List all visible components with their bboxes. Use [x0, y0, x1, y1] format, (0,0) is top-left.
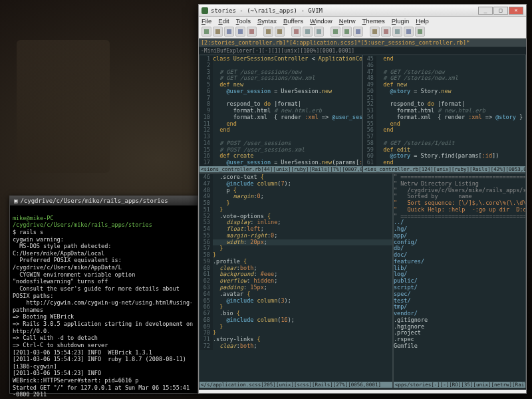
menu-netrw[interactable]: Netrw [339, 17, 356, 25]
gvim-window[interactable]: stories - (~\rails_apps) - GVIM _ □ ✕ Fi… [198, 4, 527, 394]
terminal-output: cygwin warning: MS-DOS style path detect… [13, 236, 195, 400]
line-number: 6 [200, 88, 213, 95]
toolbar-new-icon[interactable] [201, 27, 211, 37]
pane-bottom-left[interactable]: 46 .score-text {47 @include column(7);48… [199, 173, 393, 388]
window-titlebar[interactable]: stories - (~\rails_apps) - GVIM _ □ ✕ [199, 5, 526, 17]
pane-status-br: <pps/stories[-][-][RO][35][unix][netrw][… [394, 382, 525, 388]
menu-help[interactable]: Help [416, 17, 429, 25]
menu-window[interactable]: Window [310, 17, 332, 25]
command-line[interactable] [199, 388, 526, 390]
menu-file[interactable]: File [201, 17, 211, 25]
pane-status-tl: <sions_controller.rb[44][unix][ruby][Rai… [200, 166, 362, 172]
terminal-line: => Rails 3.0.5 application starting in d… [13, 321, 195, 334]
pane-status-tr: <ies_controller.rb[124][unix][ruby][Rail… [363, 166, 525, 172]
code-line[interactable]: 50 } [200, 200, 392, 207]
menu-plugin[interactable]: Plugin [392, 17, 409, 25]
close-button[interactable]: ✕ [509, 7, 523, 15]
code-line[interactable]: 56 end [363, 127, 525, 134]
toolbar-copy-icon[interactable] [303, 27, 313, 37]
terminal-line: => Call with -d to detach [13, 334, 195, 342]
code-line[interactable]: 50 @story = Story.new [363, 88, 525, 95]
pane-bottom-right-netrw[interactable]: " ======================================… [393, 173, 526, 388]
netrw-item[interactable]: ../ [394, 219, 525, 226]
netrw-item[interactable]: script/ [394, 285, 525, 291]
toolbar-print-icon[interactable] [247, 27, 257, 37]
terminal-line: cygwin warning: [13, 236, 195, 243]
code-line[interactable]: 17 @user_session = UserSession.new(param… [200, 160, 362, 166]
toolbar-help-icon[interactable] [404, 27, 414, 37]
toolbar-make-icon[interactable] [370, 27, 380, 37]
terminal-prompt: mike@mike-PC /cygdrive/c/Users/mike/rail… [13, 215, 152, 229]
editor-area[interactable]: [2:stories_controller.rb]*[4:application… [199, 39, 526, 390]
terminal-line: => Ctrl-C to shutdown server [13, 342, 195, 349]
code-line[interactable]: 65 @include column(3); [200, 298, 392, 305]
toolbar-findnext-icon[interactable] [342, 27, 352, 37]
minimize-button[interactable]: _ [478, 7, 493, 15]
line-number: 17 [200, 160, 213, 166]
line-number: 4 [200, 75, 213, 82]
netrw-item[interactable]: config/ [394, 239, 525, 246]
menu-buffers[interactable]: Buffers [283, 17, 303, 25]
pane-top-right[interactable]: 45 end4647 # GET /stories/new48 # GET /s… [362, 55, 526, 173]
code-line[interactable]: 6 @user_session = UserSession.new [200, 88, 362, 95]
code-line[interactable]: 12 end [200, 127, 362, 134]
netrw-item[interactable]: .hg/ [394, 226, 525, 233]
gvim-app-icon [201, 7, 208, 14]
netrw-item[interactable]: test/ [394, 298, 525, 305]
toolbar-replace-icon[interactable] [353, 27, 363, 37]
toolbar-shell-icon[interactable] [381, 27, 391, 37]
terminal-line: [2011-03-06 15:54:23] INFO WEBrick::HTTP… [13, 370, 195, 384]
line-number: 61 [363, 160, 376, 166]
terminal-command: $ rails s [13, 229, 43, 235]
netrw-item[interactable]: Gemfile [394, 343, 525, 350]
netrw-item[interactable]: lib/ [394, 265, 525, 272]
terminal-title: /cygdrive/c/Users/mike/rails_apps/storie… [20, 198, 168, 204]
pane-top-left[interactable]: 1class UserSessionsController < Applicat… [199, 55, 362, 173]
toolbar-redo-icon[interactable] [275, 27, 285, 37]
terminal-icon: ▣ [14, 198, 17, 204]
terminal-line: Preferred POSIX equivalent is: /cygdrive… [13, 257, 195, 271]
menu-tools[interactable]: Tools [236, 17, 251, 25]
maximize-button[interactable]: □ [493, 7, 508, 15]
toolbar-script-icon[interactable] [415, 27, 425, 37]
code-line[interactable]: 69 } [200, 324, 392, 331]
code-line[interactable]: 57 } [200, 245, 392, 252]
terminal-window[interactable]: ▣ /cygdrive/c/Users/mike/rails_apps/stor… [9, 196, 198, 394]
netrw-item[interactable]: features/ [394, 259, 525, 265]
toolbar-find-icon[interactable] [331, 27, 340, 37]
menu-edit[interactable]: Edit [218, 17, 229, 25]
code-line[interactable]: 68 @include column(16); [200, 317, 392, 324]
menu-syntax[interactable]: Syntax [257, 17, 277, 25]
window-title: stories - (~\rails_apps) - GVIM [211, 7, 475, 14]
line-number: 5 [200, 82, 213, 88]
code-line[interactable]: 45 end [363, 56, 525, 63]
netrw-item[interactable]: db/ [394, 245, 525, 252]
code-line[interactable]: 61 end [363, 160, 525, 166]
terminal-line: [2011-03-06 15:54:23] INFO ruby 1.8.7 (2… [13, 356, 195, 370]
toolbar-open-icon[interactable] [213, 27, 223, 37]
toolbar-saveall-icon[interactable] [235, 27, 245, 37]
toolbar-paste-icon[interactable] [314, 27, 324, 37]
toolbar-undo-icon[interactable] [263, 27, 273, 37]
toolbar-save-icon[interactable] [224, 27, 234, 37]
terminal-body[interactable]: mike@mike-PC /cygdrive/c/Users/mike/rail… [10, 205, 198, 399]
menu-bar[interactable]: FileEditToolsSyntaxBuffersWindowNetrwThe… [199, 17, 526, 25]
line-number: 1 [200, 56, 213, 63]
terminal-line: http://cygwin.com/cygwin-ug-net/using.ht… [13, 299, 195, 313]
terminal-titlebar[interactable]: ▣ /cygdrive/c/Users/mike/rails_apps/stor… [10, 196, 198, 205]
menu-themes[interactable]: Themes [362, 17, 385, 25]
toolbar-cut-icon[interactable] [291, 27, 301, 37]
code-line[interactable]: 1class UserSessionsController < Applicat… [200, 56, 362, 63]
toolbar[interactable] [199, 25, 526, 39]
terminal-line: => Booting WEBrick [13, 313, 195, 321]
terminal-line: MS-DOS style path detected: C:/Users/mik… [13, 243, 195, 257]
toolbar-ctags-icon[interactable] [392, 27, 402, 37]
line-number: 72 [200, 343, 213, 350]
code-line[interactable]: 72 clear:both; [200, 343, 392, 350]
line-number: 3 [200, 69, 213, 76]
terminal-line: [2011-03-06 15:54:23] INFO WEBrick 1.3.1 [13, 349, 195, 356]
code-line[interactable]: 56 width: 20px; [200, 239, 392, 246]
terminal-line: Started GET "/" for 127.0.0.1 at Sun Mar… [13, 384, 195, 398]
netrw-item[interactable]: spec/ [394, 291, 525, 298]
buffer-tab-bar[interactable]: [2:stories_controller.rb]*[4:application… [199, 39, 526, 47]
